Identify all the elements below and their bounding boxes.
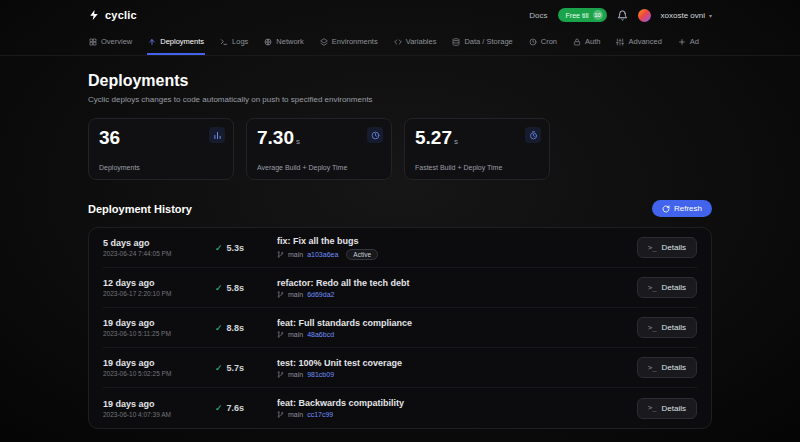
deploy-duration: 8.8s	[227, 323, 245, 333]
details-label: Details	[662, 243, 686, 252]
user-menu[interactable]: xoxoste ovni ▾	[661, 11, 712, 20]
branch-name: main	[288, 291, 303, 298]
tab-label: Deployments	[160, 37, 204, 46]
success-check-icon: ✓	[215, 403, 223, 413]
deploy-timestamp: 2023-06-10 5:02:25 PM	[103, 370, 215, 377]
commit-meta: main 6d69da2	[277, 291, 637, 298]
duration-column: ✓ 8.8s	[215, 323, 277, 333]
tab-advanced[interactable]: Advanced	[615, 30, 662, 55]
stat-unit: s	[296, 137, 300, 146]
user-name: xoxoste ovni	[661, 11, 705, 20]
clock-icon	[367, 127, 383, 143]
tab-addons[interactable]: Ad	[677, 30, 700, 55]
commit-message: fix: Fix all the bugs	[277, 236, 637, 246]
plan-count-badge: 10	[593, 10, 603, 20]
stat-value: 5.27s	[415, 128, 539, 147]
stat-value: 36	[99, 128, 223, 147]
lock-icon	[573, 38, 581, 46]
duration-column: ✓ 5.8s	[215, 283, 277, 293]
details-button[interactable]: >_ Details	[637, 237, 697, 258]
deployment-row: 19 days ago 2023-06-10 5:02:25 PM ✓ 5.7s…	[103, 348, 697, 388]
message-column: fix: Fix all the bugs main a103a6ea Acti…	[277, 236, 637, 260]
time-column: 19 days ago 2023-06-10 5:11:25 PM	[103, 318, 215, 337]
deploy-timestamp: 2023-06-10 4:07:39 AM	[103, 411, 215, 418]
stat-card-average-time: 7.30s Average Build + Deploy Time	[246, 118, 392, 180]
avatar[interactable]	[638, 9, 651, 22]
details-label: Details	[662, 323, 686, 332]
tab-deployments[interactable]: Deployments	[147, 30, 205, 55]
docs-link[interactable]: Docs	[529, 11, 547, 20]
message-column: feat: Full standards compliance main 48a…	[277, 318, 637, 338]
plan-button[interactable]: Free till 10	[558, 8, 607, 22]
terminal-icon: >_	[648, 364, 656, 372]
details-button[interactable]: >_ Details	[637, 277, 697, 298]
tab-label: Cron	[541, 37, 557, 46]
tab-label: Advanced	[628, 37, 661, 46]
deploy-relative-time: 19 days ago	[103, 318, 215, 328]
time-column: 5 days ago 2023-06-24 7:44:05 PM	[103, 238, 215, 257]
details-label: Details	[662, 363, 686, 372]
top-bar: cyclic Docs Free till 10 xoxoste ovni ▾	[0, 0, 800, 30]
details-button[interactable]: >_ Details	[637, 357, 697, 378]
details-label: Details	[662, 404, 686, 413]
plus-icon	[678, 38, 686, 46]
refresh-button[interactable]: Refresh	[652, 200, 712, 217]
details-button[interactable]: >_ Details	[637, 398, 697, 419]
deploy-arrow-icon	[148, 38, 156, 46]
commit-hash[interactable]: 48a6bcd	[307, 331, 334, 338]
deploy-timestamp: 2023-06-17 2:20:10 PM	[103, 290, 215, 297]
bell-icon[interactable]	[617, 10, 628, 21]
globe-icon	[264, 38, 272, 46]
commit-hash[interactable]: a103a6ea	[307, 251, 338, 258]
duration-column: ✓ 5.3s	[215, 243, 277, 253]
tab-label: Logs	[232, 37, 248, 46]
history-header: Deployment History Refresh	[88, 200, 712, 217]
message-column: test: 100% Unit test coverage main 981cb…	[277, 358, 637, 378]
tab-cron[interactable]: Cron	[528, 30, 558, 55]
commit-meta: main cc17c99	[277, 411, 637, 418]
deploy-duration: 5.3s	[227, 243, 245, 253]
tab-environments[interactable]: Environments	[319, 30, 379, 55]
message-column: refactor: Redo all the tech debt main 6d…	[277, 278, 637, 298]
tab-network[interactable]: Network	[263, 30, 305, 55]
deploy-relative-time: 19 days ago	[103, 358, 215, 368]
stat-value: 7.30s	[257, 128, 381, 147]
details-button[interactable]: >_ Details	[637, 317, 697, 338]
commit-hash[interactable]: cc17c99	[307, 411, 333, 418]
tab-logs[interactable]: Logs	[219, 30, 249, 55]
stat-card-fastest-time: 5.27s Fastest Build + Deploy Time	[404, 118, 550, 180]
stat-card-deployments: 36 Deployments	[88, 118, 234, 180]
time-column: 19 days ago 2023-06-10 4:07:39 AM	[103, 399, 215, 418]
tab-label: Data / Storage	[464, 37, 512, 46]
deploy-relative-time: 5 days ago	[103, 238, 215, 248]
tab-variables[interactable]: Variables	[393, 30, 438, 55]
commit-hash[interactable]: 6d69da2	[307, 291, 334, 298]
message-column: feat: Backwards compatibility main cc17c…	[277, 398, 637, 418]
code-icon	[394, 38, 402, 46]
page-title: Deployments	[88, 72, 712, 90]
active-badge: Active	[346, 249, 378, 260]
commit-hash[interactable]: 981cb09	[307, 371, 334, 378]
tab-overview[interactable]: Overview	[88, 30, 133, 55]
commit-message: refactor: Redo all the tech debt	[277, 278, 637, 288]
stat-unit: s	[454, 137, 458, 146]
tab-label: Auth	[585, 37, 600, 46]
commit-message: test: 100% Unit test coverage	[277, 358, 637, 368]
deployment-history-panel: 5 days ago 2023-06-24 7:44:05 PM ✓ 5.3s …	[88, 227, 712, 429]
nav-tabs: Overview Deployments Logs Network Enviro…	[0, 30, 800, 56]
main-content: Deployments Cyclic deploys changes to co…	[0, 56, 800, 429]
duration-column: ✓ 5.7s	[215, 363, 277, 373]
commit-meta: main a103a6ea Active	[277, 249, 637, 260]
brand-logo[interactable]: cyclic	[88, 9, 137, 21]
deploy-relative-time: 12 days ago	[103, 278, 215, 288]
deploy-duration: 7.6s	[227, 403, 245, 413]
terminal-icon: >_	[648, 284, 656, 292]
terminal-icon	[220, 38, 228, 46]
database-icon	[452, 38, 460, 46]
tab-auth[interactable]: Auth	[572, 30, 601, 55]
tab-data-storage[interactable]: Data / Storage	[451, 30, 513, 55]
stat-label: Deployments	[99, 164, 140, 171]
bars-icon	[209, 127, 225, 143]
success-check-icon: ✓	[215, 363, 223, 373]
git-branch-icon	[277, 291, 284, 298]
